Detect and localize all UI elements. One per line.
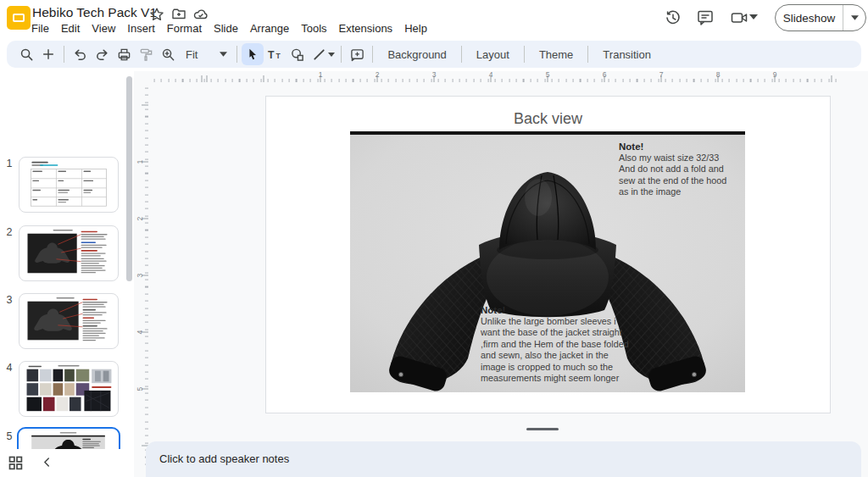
note-heading: Note! [619, 141, 751, 152]
menubar: File Edit View Insert Format Slide Arran… [25, 20, 433, 37]
menu-help[interactable]: Help [398, 20, 433, 37]
speaker-notes-panel[interactable]: Click to add speaker notes [146, 441, 861, 477]
filmstrip-scrollbar[interactable] [126, 76, 132, 281]
speaker-notes-placeholder: Click to add speaker notes [159, 452, 289, 465]
note-body: Also my waist size 32/33And do not add a… [619, 153, 751, 198]
ruler-number: 5 [136, 383, 147, 395]
menu-view[interactable]: View [86, 20, 121, 37]
menu-extensions[interactable]: Extensions [333, 20, 399, 37]
menu-edit[interactable]: Edit [55, 20, 86, 37]
ruler-number: 2 [136, 213, 147, 225]
svg-text:T: T [275, 51, 281, 59]
ruler-number: 9 [769, 70, 781, 79]
slide-thumbnail-2[interactable] [19, 225, 119, 281]
line-dropdown-caret[interactable] [328, 53, 335, 57]
filmstrip-viewport: 1 2 [0, 71, 134, 449]
slide-thumbnail-5[interactable] [17, 427, 120, 449]
ruler-number: 8 [712, 70, 724, 79]
horizontal-ruler: 123456789 [151, 71, 837, 83]
svg-text:T: T [268, 48, 275, 60]
slide-number: 4 [3, 362, 15, 374]
document-title[interactable]: Hebiko Tech Pack V1 [32, 5, 157, 20]
menu-arrange[interactable]: Arrange [244, 20, 295, 37]
slide-number: 3 [3, 294, 15, 306]
ruler-number: 5 [542, 70, 554, 79]
theme-button[interactable]: Theme [529, 44, 583, 65]
note-bottom-textbox[interactable]: Note! Unlike the large bomber sleeves iw… [481, 305, 638, 384]
app-header: Hebiko Tech Pack V1 File Edit View Inser… [0, 0, 868, 41]
add-icon[interactable] [37, 43, 59, 65]
zoom-select-value: Fit [186, 48, 198, 61]
textbox-icon[interactable]: T T [264, 43, 286, 65]
slide-thumbnail-1[interactable] [19, 157, 119, 213]
paint-format-icon[interactable] [135, 43, 157, 65]
slide-number: 5 [3, 430, 15, 442]
camera-dropdown-caret[interactable] [749, 14, 758, 19]
slide-filmstrip: 1 2 [0, 71, 134, 477]
grid-view-icon[interactable] [8, 456, 23, 470]
menu-format[interactable]: Format [161, 20, 208, 37]
editor-canvas: 123456789 12345 Back view [134, 71, 868, 477]
slideshow-button[interactable]: Slideshow [775, 4, 866, 31]
slide-thumbnail-3[interactable] [19, 293, 119, 349]
vertical-ruler: 12345 [137, 85, 149, 466]
version-history-icon[interactable] [664, 8, 682, 27]
ruler-number: 1 [136, 156, 147, 168]
comment-icon[interactable] [696, 8, 715, 27]
menu-file[interactable]: File [25, 20, 55, 37]
jacket-back-view-image[interactable]: Note! Also my waist size 32/33And do not… [350, 131, 745, 392]
ruler-number: 4 [136, 326, 147, 338]
note-heading: Note! [481, 305, 638, 315]
undo-icon[interactable] [69, 43, 91, 65]
select-cursor-icon[interactable] [242, 43, 264, 65]
toolbar: Fit T T Background Layou [7, 41, 861, 68]
shape-icon[interactable] [286, 43, 308, 65]
ruler-number: 3 [428, 70, 440, 79]
menu-tools[interactable]: Tools [295, 20, 332, 37]
print-icon[interactable] [113, 43, 135, 65]
layout-button[interactable]: Layout [466, 44, 520, 65]
slideshow-label: Slideshow [776, 5, 843, 31]
ruler-number: 2 [371, 70, 383, 79]
menu-slide[interactable]: Slide [208, 20, 244, 37]
insert-comment-icon[interactable] [346, 43, 368, 65]
slide-editing-area[interactable]: Back view [265, 96, 831, 413]
slide-number: 1 [3, 158, 15, 169]
ruler-number: 7 [655, 70, 667, 79]
filmstrip-bottom-bar [0, 449, 134, 477]
zoom-select[interactable]: Fit [179, 46, 232, 64]
background-button[interactable]: Background [377, 44, 456, 65]
speaker-notes-resize-handle[interactable] [526, 428, 559, 430]
slide-number: 2 [3, 226, 15, 238]
meet-camera-icon[interactable] [730, 8, 748, 27]
ruler-number: 4 [485, 70, 497, 79]
slide-thumbnail-4[interactable] [19, 361, 119, 417]
menu-insert[interactable]: Insert [121, 20, 161, 37]
note-top-textbox[interactable]: Note! Also my waist size 32/33And do not… [619, 141, 751, 198]
redo-icon[interactable] [91, 43, 113, 65]
chevron-down-icon [220, 52, 227, 57]
ruler-number: 6 [598, 70, 610, 79]
zoom-in-icon[interactable] [157, 43, 179, 65]
note-body: Unlike the large bomber sleeves iwant th… [481, 316, 638, 384]
ruler-number: 3 [136, 269, 147, 281]
ruler-number: 1 [314, 70, 326, 79]
transition-button[interactable]: Transition [593, 44, 661, 65]
line-icon[interactable] [308, 43, 330, 65]
slideshow-dropdown[interactable] [843, 5, 865, 31]
collapse-filmstrip-icon[interactable] [41, 456, 55, 470]
search-icon[interactable] [15, 43, 37, 65]
slide-title-text[interactable]: Back view [266, 110, 830, 128]
